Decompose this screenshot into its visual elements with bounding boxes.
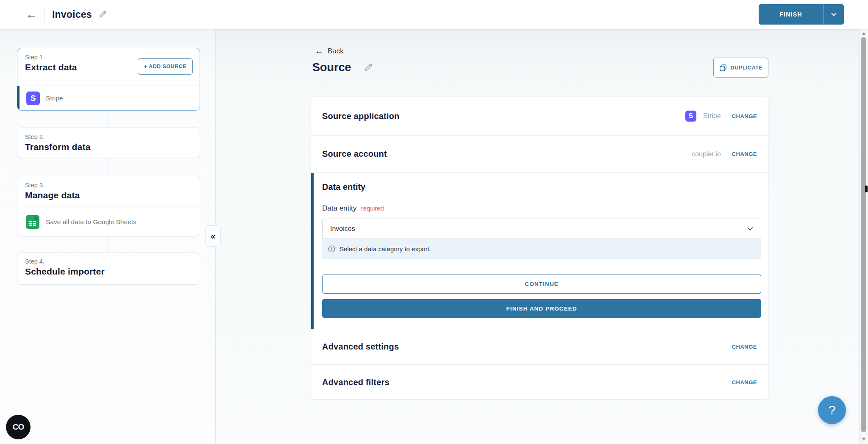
page-title: Source: [312, 61, 351, 74]
finish-button[interactable]: FINISH: [759, 4, 823, 25]
back-arrow-icon: ←: [315, 46, 323, 56]
step2-title: Transform data: [25, 142, 192, 152]
advanced-filters-label: Advanced filters: [322, 377, 389, 387]
duplicate-icon: [719, 64, 727, 72]
scrollbar-thumb[interactable]: [861, 37, 866, 432]
change-source-application-link[interactable]: CHANGE: [732, 113, 757, 119]
source-account-label: Source account: [322, 149, 387, 159]
source-application-label: Source application: [322, 111, 400, 121]
step4-label: Step 4.: [25, 258, 192, 265]
back-link[interactable]: ← Back: [312, 46, 346, 56]
change-advanced-settings-link[interactable]: CHANGE: [732, 344, 757, 350]
step-card-schedule-importer[interactable]: Step 4. Schedule importer: [17, 252, 200, 285]
required-badge: required: [361, 205, 384, 212]
data-entity-field-label-row: Data entity required: [322, 204, 384, 213]
edit-source-title-button[interactable]: [362, 62, 374, 73]
sidebar-collapse-button[interactable]: «: [205, 225, 221, 247]
top-bar: ← Invoices FINISH: [0, 0, 868, 29]
step-card-extract-data[interactable]: Step 1. Extract data + ADD SOURCE S Stri…: [17, 48, 200, 111]
step1-header: Step 1. Extract data + ADD SOURCE: [17, 48, 200, 72]
importer-title: Invoices: [52, 9, 92, 20]
data-entity-selected-value: Invoices: [330, 225, 355, 233]
pencil-icon: [363, 63, 373, 72]
change-advanced-filters-link[interactable]: CHANGE: [732, 379, 757, 386]
chevron-down-icon: [831, 13, 837, 16]
source-account-row: Source account coupler.io CHANGE: [311, 135, 768, 172]
advanced-settings-row: Advanced settings CHANGE: [311, 329, 768, 364]
step-card-transform-data[interactable]: Step 2. Transform data: [17, 128, 200, 158]
finish-and-proceed-button[interactable]: FINISH AND PROCEED: [322, 299, 761, 318]
continue-button[interactable]: CONTINUE: [322, 275, 761, 294]
duplicate-label: DUPLICATE: [731, 65, 763, 71]
source-account-value: coupler.io: [692, 150, 721, 158]
advanced-settings-label: Advanced settings: [322, 342, 399, 352]
step4-title: Schedule importer: [25, 266, 192, 277]
scrollbar-up-arrow[interactable]: [862, 32, 866, 35]
step3-header: Step 3. Manage data: [17, 176, 200, 200]
chevron-down-icon: [747, 227, 753, 231]
step2-header: Step 2. Transform data: [17, 128, 200, 152]
change-source-account-link[interactable]: CHANGE: [732, 151, 757, 157]
destination-item-label: Save all data to Google Sheets: [46, 218, 136, 226]
selected-item-accent: [17, 86, 19, 110]
vertical-scrollbar: [859, 29, 868, 444]
back-link-label: Back: [328, 47, 344, 56]
stripe-icon: S: [26, 92, 40, 105]
header-divider: [44, 6, 45, 23]
step3-title: Manage data: [25, 190, 192, 200]
data-entity-heading: Data entity: [322, 182, 365, 192]
active-section-accent: [311, 173, 314, 329]
info-icon: [328, 245, 335, 253]
add-source-button[interactable]: + ADD SOURCE: [138, 58, 193, 75]
finish-split-button: FINISH: [759, 4, 844, 25]
source-application-value: Stripe: [703, 112, 721, 120]
pencil-icon: [98, 10, 107, 19]
back-arrow-icon: ←: [25, 8, 37, 21]
data-entity-hint-text: Select a data category to export.: [339, 245, 431, 253]
content-area: Step 1. Extract data + ADD SOURCE S Stri…: [0, 29, 868, 444]
stripe-icon: S: [685, 111, 696, 122]
step-card-manage-data[interactable]: Step 3. Manage data Save: [17, 176, 200, 236]
step3-label: Step 3.: [25, 182, 192, 189]
coupler-logo[interactable]: CO: [6, 415, 31, 439]
data-entity-select[interactable]: Invoices: [322, 219, 761, 239]
source-item-stripe[interactable]: S Stripe: [17, 86, 200, 110]
page-title-row: Source: [312, 61, 374, 74]
data-entity-field-label: Data entity: [322, 204, 356, 213]
data-entity-section: Data entity Data entity required Invoice…: [311, 172, 768, 329]
step2-label: Step 2.: [25, 133, 192, 140]
data-entity-hint: Select a data category to export.: [322, 239, 761, 259]
source-settings-card: Source application S Stripe CHANGE Sourc…: [311, 97, 768, 400]
advanced-filters-row: Advanced filters CHANGE: [311, 364, 768, 400]
steps-sidebar: Step 1. Extract data + ADD SOURCE S Stri…: [0, 29, 216, 444]
source-application-row: Source application S Stripe CHANGE: [311, 97, 768, 135]
edit-importer-title-button[interactable]: [97, 9, 108, 20]
mouse-cursor: [865, 186, 868, 192]
destination-item-google-sheets[interactable]: Save all data to Google Sheets: [17, 208, 200, 236]
source-item-label: Stripe: [46, 94, 63, 102]
google-sheets-icon: [25, 215, 40, 229]
step4-header: Step 4. Schedule importer: [17, 253, 200, 277]
scrollbar-down-arrow[interactable]: [862, 438, 866, 441]
help-button[interactable]: ?: [818, 396, 846, 424]
header-back-button[interactable]: ←: [22, 5, 41, 24]
finish-dropdown-button[interactable]: [823, 4, 844, 25]
duplicate-button[interactable]: DUPLICATE: [713, 58, 768, 78]
importer-settings-page: ← Invoices FINISH: [0, 0, 868, 444]
